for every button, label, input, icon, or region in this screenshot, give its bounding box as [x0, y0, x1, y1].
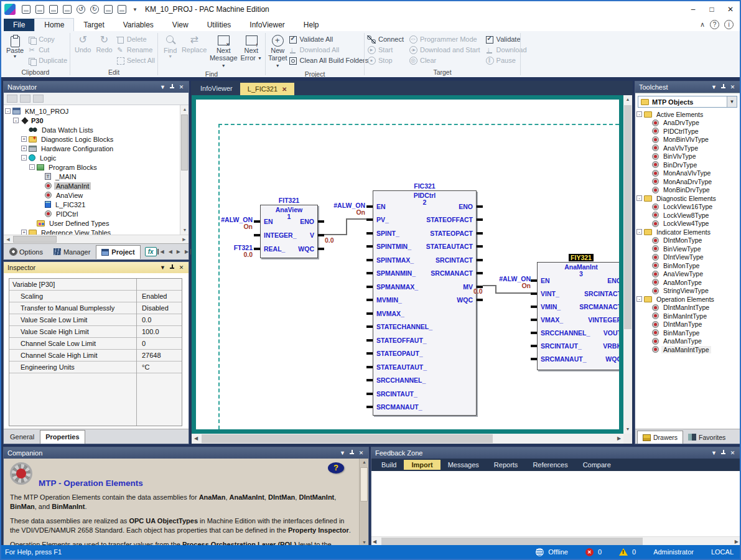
toolchest-item[interactable]: DIntManType [635, 320, 740, 329]
undo-button[interactable]: ↺Undo [73, 32, 93, 68]
output-pin[interactable]: WQC [261, 242, 317, 256]
next-error-button[interactable]: NextError ▼ [240, 32, 263, 70]
toolchest-item[interactable]: BinDrvType [635, 161, 740, 169]
editor-hscrollbar[interactable]: ◀ ▶ [192, 434, 623, 444]
output-pin[interactable]: V [261, 228, 317, 242]
output-pin[interactable]: SRCINTACT [373, 253, 476, 267]
tab-infoviewer[interactable]: InfoViewer [193, 83, 240, 95]
toolchest-item[interactable]: - Indicator Elements [635, 228, 740, 236]
input-pin[interactable]: STATEAUTAUT_ [373, 360, 476, 374]
toolchest-item[interactable]: BinManIntType [635, 312, 740, 320]
companion-menu-icon[interactable]: ▼ [338, 450, 347, 456]
output-pin[interactable]: VRBK [538, 339, 619, 352]
drawer-select[interactable]: MTP Objects ▼ [638, 96, 737, 108]
scroll-up-icon[interactable]: ▲ [180, 105, 189, 114]
tree-item[interactable]: _MAIN [4, 172, 180, 181]
feedback-hscrollbar[interactable]: ◀ ▶ [371, 536, 740, 546]
drawer-dropdown-icon[interactable]: ▼ [727, 96, 737, 107]
toolchest-item[interactable]: LockView16Type [635, 203, 740, 212]
toolchest-item[interactable]: - Diagnostic Elements [635, 194, 740, 203]
tree-item[interactable]: PIDCtrl [4, 209, 180, 218]
menu-tab[interactable]: Variables [114, 19, 163, 31]
annotation-fit-real[interactable]: FT321 0.0 [212, 245, 253, 258]
vscroll-thumb[interactable] [624, 105, 631, 329]
fbd-block-fiy321[interactable]: FIY321 AnaManInt 3 ENVINT_VMIN_VMAX_SRCC… [537, 262, 619, 370]
connect-button[interactable]: Connect [367, 34, 404, 44]
fx-button[interactable]: fx [145, 247, 157, 256]
tree-expand-icon[interactable]: - [636, 195, 642, 201]
clear-button[interactable]: Clear [409, 55, 480, 65]
toolchest-item[interactable]: PIDCtrlType [635, 127, 740, 136]
delete-button[interactable]: Delete [116, 34, 155, 44]
tree-expand-icon[interactable]: - [5, 108, 11, 114]
input-pin[interactable]: MVMAX_ [373, 307, 476, 320]
new-file-icon[interactable] [49, 5, 58, 14]
menu-tab[interactable]: View [163, 19, 198, 31]
toolchest-menu-icon[interactable]: ▼ [709, 84, 719, 90]
feedback-tab[interactable]: Reports [487, 460, 526, 470]
companion-pin-icon[interactable] [347, 450, 357, 457]
close-button[interactable]: ✕ [721, 2, 740, 17]
menu-tab[interactable]: Target [74, 19, 113, 31]
output-pin[interactable]: SRCINTACT [538, 287, 619, 300]
tab-drawers[interactable]: Drawers [637, 431, 683, 444]
scroll-down-icon[interactable]: ▼ [623, 425, 632, 434]
tree-item[interactable]: AnaView [4, 190, 180, 200]
feedback-close-icon[interactable]: ✕ [728, 450, 737, 456]
feedback-tab[interactable]: Import [404, 460, 440, 470]
output-pin[interactable]: STATEOPACT [373, 226, 476, 240]
duplicate-button[interactable]: Duplicate [27, 55, 67, 65]
tree-expand-icon[interactable]: + [21, 146, 27, 151]
tree-item[interactable]: - Program Blocks [4, 162, 180, 172]
fbd-canvas[interactable]: FIT321 AnaView 1 ENINTEGER_REAL_ ENOVWQC… [196, 100, 619, 429]
companion-vscrollbar[interactable]: ▲ ▼ [359, 459, 368, 546]
toolchest-item[interactable]: DIntManIntType [635, 304, 740, 312]
toolchest-item[interactable]: MonBinDrvType [635, 186, 740, 195]
navigator-vscrollbar[interactable]: ▲ ▼ [180, 105, 189, 235]
tree-expand-icon[interactable]: - [21, 155, 27, 161]
toolchest-item[interactable]: MonAnaDrvType [635, 177, 740, 186]
prev-page-icon[interactable]: ◀ [167, 249, 174, 254]
tree-expand-icon[interactable]: + [21, 136, 27, 142]
input-pin[interactable]: STATEOFFAUT_ [373, 334, 476, 347]
nav-tool-icon-3[interactable] [33, 95, 44, 103]
property-row[interactable]: Value Scale High Limit 100.0 [9, 326, 182, 338]
tree-item[interactable]: - KM_10_PROJ [4, 106, 180, 116]
tab-general[interactable]: General [5, 430, 39, 444]
nav-tool-icon-1[interactable] [7, 95, 17, 103]
wire-fit-v-to-fic-pv[interactable] [324, 234, 347, 235]
tree-item[interactable]: L_FIC321 [4, 200, 180, 209]
input-pin[interactable]: SRCINTAUT_ [373, 387, 476, 401]
toolchest-item[interactable]: DIntViewType [635, 253, 740, 262]
toolchest-item[interactable]: BinVlvType [635, 152, 740, 161]
property-row[interactable]: Channel Scale Low Limit 0 [9, 338, 182, 350]
vscroll-thumb[interactable] [360, 467, 368, 502]
toolchest-item[interactable]: AnaViewType [635, 270, 740, 279]
download-and-start-button[interactable]: Download and Start [409, 45, 480, 55]
hscroll-thumb[interactable] [381, 538, 643, 545]
output-pin[interactable]: VINTEGER [538, 313, 619, 326]
info-icon[interactable]: i [724, 20, 734, 29]
toolchest-item[interactable]: MonAnaVlvType [635, 169, 740, 178]
feedback-tab[interactable]: Build [374, 460, 404, 470]
input-pin[interactable]: SRCMANAUT_ [373, 401, 476, 414]
output-pin[interactable]: STATEOFFACT [373, 213, 476, 227]
toolchest-item[interactable]: StringViewType [635, 287, 740, 296]
tree-expand-icon[interactable]: - [636, 229, 642, 235]
clean-all-build-folders-button[interactable]: Clean All Build Folders [289, 55, 369, 65]
toolchest-item[interactable]: - Operation Elements [635, 295, 740, 304]
tree-expand-icon[interactable]: - [636, 296, 642, 302]
feedback-content[interactable] [371, 471, 740, 536]
toolchest-item[interactable]: AnaVlvType [635, 144, 740, 152]
menu-tab[interactable]: Home [34, 18, 74, 31]
download-all-button[interactable]: Download All [289, 45, 369, 55]
collapse-ribbon-icon[interactable]: ∧ [700, 21, 705, 29]
output-pin[interactable]: MV [373, 280, 476, 294]
help-icon[interactable]: ? [710, 20, 719, 29]
tree-item[interactable]: + Diagnostic Logic Blocks [4, 134, 180, 144]
menu-tab[interactable]: File [4, 19, 34, 31]
tab-properties[interactable]: Properties [40, 430, 85, 444]
new-target-button[interactable]: NewTarget ▼ [268, 32, 287, 70]
feedback-menu-icon[interactable]: ▼ [709, 450, 719, 456]
tree-expand-icon[interactable]: + [21, 230, 27, 235]
